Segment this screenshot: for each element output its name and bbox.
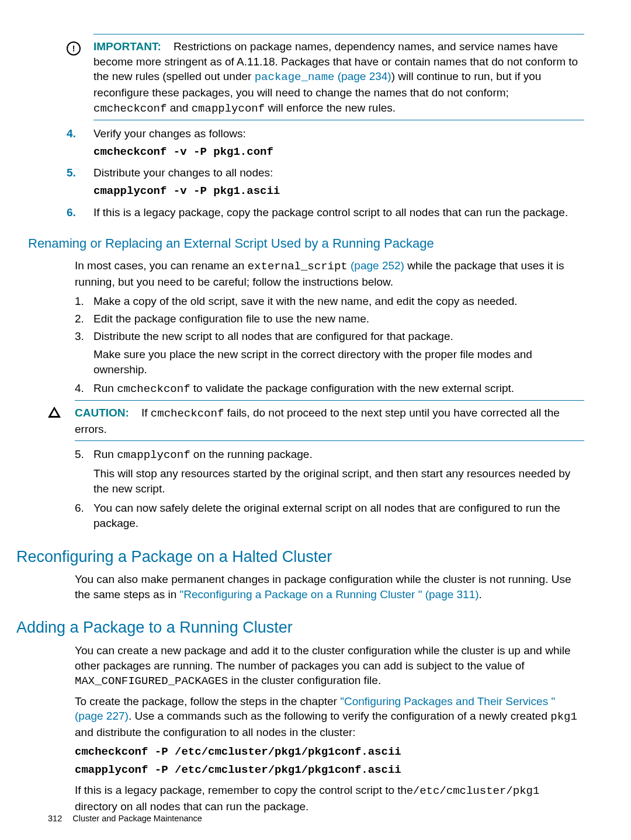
- step-4-number: 4.: [67, 126, 93, 141]
- caution-a: If: [141, 407, 151, 419]
- important-code-1: cmcheckconf: [93, 102, 167, 115]
- heading-renaming-script: Renaming or Replacing an External Script…: [28, 235, 584, 252]
- rename-step-2: Edit the package configuration file to u…: [93, 311, 584, 327]
- step-5-number: 5.: [67, 165, 93, 181]
- adding-code-3: /etc/cmcluster/pkg1: [413, 785, 540, 797]
- important-icon: !: [67, 39, 93, 55]
- adding-p3a: If this is a legacy package, remember to…: [75, 784, 413, 796]
- rename-step-3-number: 3.: [75, 329, 93, 377]
- footer-page-number: 312: [48, 814, 62, 823]
- step-6-number: 6.: [67, 205, 93, 220]
- important-mid: and: [167, 102, 191, 114]
- rename-step-4-code: cmcheckconf: [117, 383, 190, 395]
- rename-step-6: You can now safely delete the original e…: [93, 501, 584, 530]
- step-5-text: Distribute your changes to all nodes:: [93, 165, 584, 181]
- rename-step-6-number: 6.: [75, 501, 93, 530]
- adding-command-2: cmapplyconf -P /etc/cmcluster/pkg1/pkg1c…: [75, 763, 584, 778]
- package-name-link-page[interactable]: (page 234): [335, 70, 391, 82]
- rename-link-page[interactable]: (page 252): [348, 259, 404, 272]
- adding-p1b: in the cluster configuration file.: [228, 674, 381, 686]
- adding-code-2: pkg1: [550, 710, 577, 723]
- rename-step-5-number: 5.: [75, 447, 93, 497]
- rename-step-5b: on the running package.: [190, 448, 313, 460]
- rename-step-1-number: 1.: [75, 294, 93, 309]
- rename-step-5-code: cmapplyconf: [117, 449, 190, 461]
- rename-step-4a: Run: [93, 382, 117, 394]
- step-5-command: cmapplyconf -v -P pkg1.ascii: [93, 184, 584, 199]
- adding-p3b: directory on all nodes that can run the …: [75, 800, 308, 813]
- rename-code: external_script: [248, 260, 348, 273]
- important-code-2: cmapplyconf: [192, 102, 265, 115]
- important-label: IMPORTANT:: [93, 40, 161, 53]
- rename-intro-1: In most cases, you can rename an: [75, 259, 248, 272]
- step-4-text: Verify your changes as follows:: [93, 126, 584, 141]
- caution-label: CAUTION:: [75, 407, 129, 419]
- important-body-3: will enforce the new rules.: [265, 102, 396, 114]
- rename-step-3b: Make sure you place the new script in th…: [93, 347, 584, 377]
- adding-command-1: cmcheckconf -P /etc/cmcluster/pkg1/pkg1c…: [75, 745, 584, 760]
- adding-p1a: You can create a new package and add it …: [75, 644, 571, 672]
- rename-step-4b: to validate the package configuration wi…: [190, 382, 515, 394]
- footer-text: Cluster and Package Maintenance: [72, 814, 202, 823]
- adding-p2c: and distribute the configuration to all …: [75, 726, 356, 738]
- rename-step-3: Distribute the new script to all nodes t…: [93, 329, 584, 344]
- step-4-command: cmcheckconf -v -P pkg1.conf: [93, 145, 584, 160]
- caution-icon: [48, 405, 75, 422]
- adding-code-1: MAX_CONFIGURED_PACKAGES: [75, 675, 228, 688]
- adding-p2a: To create the package, follow the steps …: [75, 695, 340, 707]
- caution-code: cmcheckconf: [151, 407, 224, 420]
- halted-p2: .: [479, 588, 482, 601]
- rename-step-5c: This will stop any resources started by …: [93, 466, 584, 496]
- adding-p2b: . Use a commands such as the following t…: [129, 710, 550, 722]
- step-6-text: If this is a legacy package, copy the pa…: [93, 205, 584, 220]
- heading-adding-package: Adding a Package to a Running Cluster: [16, 617, 584, 638]
- rename-step-5a: Run: [93, 448, 117, 460]
- rename-step-4-number: 4.: [75, 381, 93, 397]
- heading-halted-cluster: Reconfiguring a Package on a Halted Clus…: [16, 546, 584, 567]
- halted-link[interactable]: "Reconfiguring a Package on a Running Cl…: [180, 588, 479, 601]
- rename-step-1: Make a copy of the old script, save it w…: [93, 294, 584, 309]
- package-name-link-code[interactable]: package_name: [255, 71, 335, 84]
- rename-step-2-number: 2.: [75, 311, 93, 327]
